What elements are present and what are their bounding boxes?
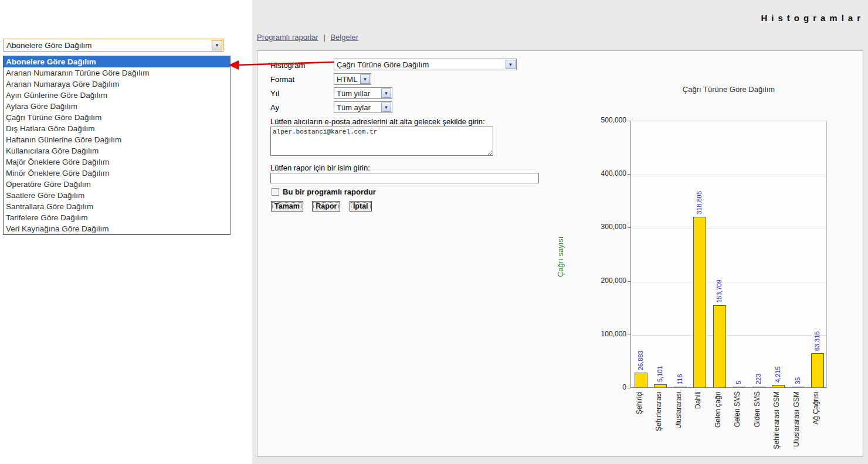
dropdown-option[interactable]: Abonelere Göre Dağılım [4,56,230,67]
bar-value-label: 4,215 [774,336,781,383]
y-tick-mark [628,388,630,388]
y-tick-label: 100,000 [550,330,626,338]
x-axis-label: Gelen çağrı [714,391,722,453]
month-label: Ay [270,103,279,112]
y-tick-label: 500,000 [550,116,626,124]
dropdown-option[interactable]: Çağrı Türüne Göre Dağılım [4,112,230,123]
year-select[interactable]: Tüm yıllar ▼ [334,87,392,99]
bar [674,387,687,387]
bar [733,387,745,387]
x-axis-label: Dahili [694,391,702,453]
bar-value-label: 5,101 [656,335,663,382]
gridline [631,282,826,282]
month-select[interactable]: Tüm aylar ▼ [334,101,392,113]
year-select-value: Tüm yıllar [337,89,380,98]
bar [772,385,785,387]
chevron-down-icon[interactable]: ▼ [506,60,516,69]
dropdown-option[interactable]: Kullanıcılara Göre Dağılım [4,145,230,156]
y-tick-mark [628,335,630,335]
x-axis-label: Gelen SMS [734,391,741,453]
page-title: Histogramlar [761,13,864,23]
scheduled-checkbox[interactable] [272,188,279,196]
y-tick-label: 400,000 [550,169,626,178]
bar [693,217,706,387]
bar-value-label: 223 [755,337,762,384]
y-tick-mark [628,174,630,175]
chevron-down-icon[interactable]: ▼ [381,88,391,98]
x-axis-label: Giden SMS [754,391,761,453]
x-axis-label: Şehiriçi [636,391,643,453]
histogram-dropdown-list[interactable]: Abonelere Göre DağılımAranan Numaranın T… [3,56,230,235]
link-programli-raporlar[interactable]: Programlı raporlar [257,33,318,42]
main-panel: Histogramlar Programlı raporlar | Belgel… [252,0,868,464]
bar-value-label: 63,315 [813,304,820,351]
form-buttons: Tamam Rapor İptal [271,200,378,211]
dropdown-option[interactable]: Aranan Numaraya Göre Dağılım [4,79,230,90]
chart-plot: 26,8835,101116318,805153,70952234,215356… [630,121,827,388]
dropdown-option[interactable]: Veri Kaynağına Göre Dağılım [4,223,230,234]
dropdown-option[interactable]: Saatlere Göre Dağılım [4,190,230,201]
scheduled-checkbox-label: Bu bir programlı rapordur [283,187,376,196]
year-label: Yıl [270,89,279,98]
left-histogram-combobox[interactable]: Abonelere Göre Dağılım ▼ [3,39,223,52]
bar-value-label: 153,709 [716,256,723,303]
gridline [631,228,826,228]
x-axis-label: Ağ Çağrısı [812,391,820,453]
y-tick-label: 0 [550,383,626,391]
format-select[interactable]: HTML ▼ [334,73,371,85]
histogram-select[interactable]: Çağrı Türüne Göre Dağılım ▼ [334,59,517,70]
dropdown-option[interactable]: Aranan Numaranın Türüne Göre Dağılım [4,67,230,79]
gridline [631,175,826,175]
bar-value-label: 116 [676,337,683,384]
nav-separator: | [323,33,325,42]
chevron-down-icon[interactable]: ▼ [381,103,391,112]
format-select-value: HTML [337,75,359,84]
bar [635,373,647,387]
y-tick-label: 300,000 [550,223,626,231]
form-panel: Histogram Çağrı Türüne Göre Dağılım ▼ Fo… [257,50,863,457]
histogram-chart: Çağrı Türüne Göre Dağılım Çağrı sayısı 2… [550,80,868,464]
dropdown-option[interactable]: Operatöre Göre Dağılım [4,179,230,190]
x-axis-label: Uluslararası [675,391,683,453]
x-axis-label: Şehirlerarası GSM [773,391,781,453]
y-tick-mark [628,227,630,228]
chart-title: Çağrı Türüne Göre Dağılım [630,85,827,94]
bar [654,384,667,387]
bar [713,305,726,387]
y-tick-mark [628,121,630,121]
y-tick-mark [628,281,630,282]
cancel-button[interactable]: İptal [350,201,372,211]
email-label: Lütfen alıcıların e-posta adreslerini al… [270,117,485,126]
report-button[interactable]: Rapor [312,201,340,211]
breadcrumb: Programlı raporlar | Belgeler [257,33,358,42]
ok-button[interactable]: Tamam [271,201,303,211]
link-belgeler[interactable]: Belgeler [330,33,358,42]
bar-value-label: 5 [735,337,742,384]
dropdown-option[interactable]: Tarifelere Göre Dağılım [4,212,230,223]
y-tick-label: 200,000 [550,277,626,285]
dropdown-option[interactable]: Santrallara Göre Dağılım [4,201,230,212]
month-select-value: Tüm aylar [337,103,380,112]
bar-value-label: 318,805 [696,168,703,214]
histogram-select-value: Çağrı Türüne Göre Dağılım [337,60,504,69]
report-name-label: Lütfen rapor için bir isim girin: [270,163,370,172]
dropdown-option[interactable]: Aylara Göre Dağılım [4,101,230,112]
dropdown-option[interactable]: Majör Öneklere Göre Dağılım [4,156,230,168]
email-textarea[interactable]: alper.bostanci@karel.com.tr [270,127,493,156]
report-name-input[interactable] [270,173,539,183]
dropdown-option[interactable]: Minör Öneklere Göre Dağılım [4,168,230,179]
format-label: Format [270,75,294,84]
x-axis-label: Uluslararası GSM [793,391,801,453]
annotation-arrow [228,56,337,74]
dropdown-option[interactable]: Ayın Günlerine Göre Dağılım [4,90,230,101]
chevron-down-icon[interactable]: ▼ [212,40,222,50]
chevron-down-icon[interactable]: ▼ [360,74,370,84]
bar [811,353,824,387]
chart-y-axis-label: Çağrı sayısı [556,237,565,277]
bar [752,387,765,387]
x-axis-label: Şehirlerarası [655,391,663,453]
dropdown-option[interactable]: Haftanın Günlerine Göre Dağılım [4,134,230,145]
bar-value-label: 35 [794,337,801,384]
combobox-value: Abonelere Göre Dağılım [6,41,92,50]
dropdown-option[interactable]: Dış Hatlara Göre Dağılım [4,123,230,134]
